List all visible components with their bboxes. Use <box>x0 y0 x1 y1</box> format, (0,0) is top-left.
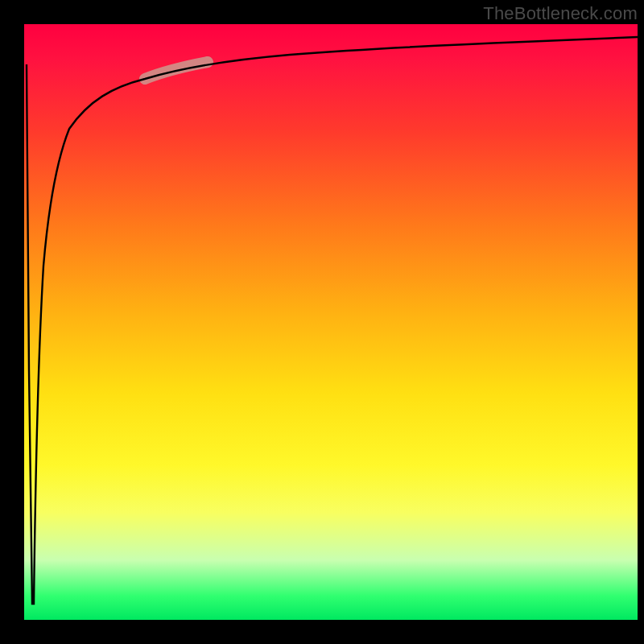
chart-container: TheBottleneck.com <box>0 0 644 644</box>
curve-layer <box>24 24 638 620</box>
plot-area <box>24 24 638 620</box>
bottleneck-curve <box>27 37 638 604</box>
attribution-text: TheBottleneck.com <box>483 3 638 24</box>
